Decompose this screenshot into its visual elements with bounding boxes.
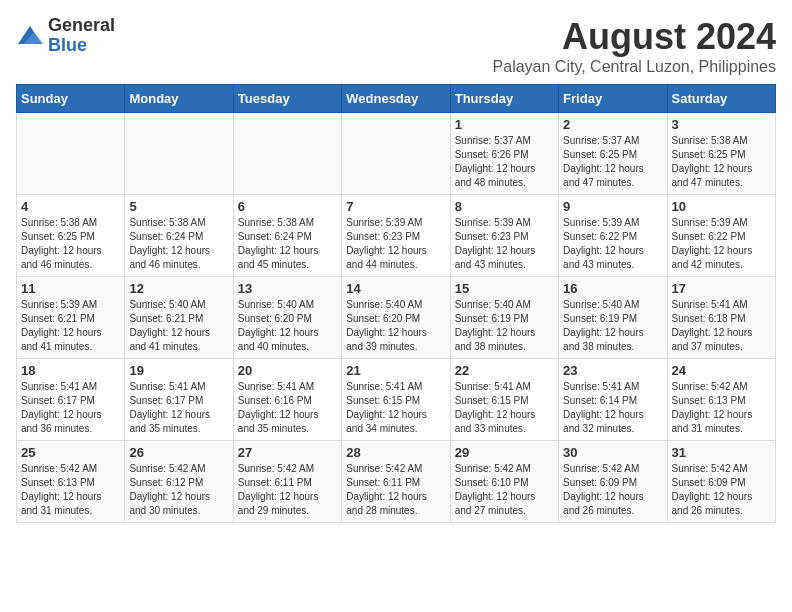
header-thursday: Thursday bbox=[450, 85, 558, 113]
day-cell: 1Sunrise: 5:37 AM Sunset: 6:26 PM Daylig… bbox=[450, 113, 558, 195]
day-number: 26 bbox=[129, 445, 228, 460]
day-info: Sunrise: 5:38 AM Sunset: 6:24 PM Dayligh… bbox=[238, 216, 337, 272]
day-cell: 20Sunrise: 5:41 AM Sunset: 6:16 PM Dayli… bbox=[233, 359, 341, 441]
day-cell: 15Sunrise: 5:40 AM Sunset: 6:19 PM Dayli… bbox=[450, 277, 558, 359]
day-info: Sunrise: 5:39 AM Sunset: 6:21 PM Dayligh… bbox=[21, 298, 120, 354]
day-cell bbox=[342, 113, 450, 195]
header-wednesday: Wednesday bbox=[342, 85, 450, 113]
day-info: Sunrise: 5:39 AM Sunset: 6:22 PM Dayligh… bbox=[563, 216, 662, 272]
day-number: 11 bbox=[21, 281, 120, 296]
day-cell: 8Sunrise: 5:39 AM Sunset: 6:23 PM Daylig… bbox=[450, 195, 558, 277]
day-info: Sunrise: 5:40 AM Sunset: 6:19 PM Dayligh… bbox=[455, 298, 554, 354]
day-info: Sunrise: 5:40 AM Sunset: 6:21 PM Dayligh… bbox=[129, 298, 228, 354]
week-row-5: 25Sunrise: 5:42 AM Sunset: 6:13 PM Dayli… bbox=[17, 441, 776, 523]
day-number: 12 bbox=[129, 281, 228, 296]
day-number: 15 bbox=[455, 281, 554, 296]
logo: General Blue bbox=[16, 16, 115, 56]
day-cell: 18Sunrise: 5:41 AM Sunset: 6:17 PM Dayli… bbox=[17, 359, 125, 441]
day-info: Sunrise: 5:41 AM Sunset: 6:16 PM Dayligh… bbox=[238, 380, 337, 436]
day-cell: 13Sunrise: 5:40 AM Sunset: 6:20 PM Dayli… bbox=[233, 277, 341, 359]
header-monday: Monday bbox=[125, 85, 233, 113]
day-cell: 19Sunrise: 5:41 AM Sunset: 6:17 PM Dayli… bbox=[125, 359, 233, 441]
day-cell: 10Sunrise: 5:39 AM Sunset: 6:22 PM Dayli… bbox=[667, 195, 775, 277]
day-number: 17 bbox=[672, 281, 771, 296]
day-info: Sunrise: 5:42 AM Sunset: 6:13 PM Dayligh… bbox=[672, 380, 771, 436]
week-row-2: 4Sunrise: 5:38 AM Sunset: 6:25 PM Daylig… bbox=[17, 195, 776, 277]
day-cell: 22Sunrise: 5:41 AM Sunset: 6:15 PM Dayli… bbox=[450, 359, 558, 441]
day-number: 7 bbox=[346, 199, 445, 214]
day-number: 1 bbox=[455, 117, 554, 132]
day-number: 5 bbox=[129, 199, 228, 214]
day-cell: 16Sunrise: 5:40 AM Sunset: 6:19 PM Dayli… bbox=[559, 277, 667, 359]
subtitle: Palayan City, Central Luzon, Philippines bbox=[493, 58, 776, 76]
week-row-4: 18Sunrise: 5:41 AM Sunset: 6:17 PM Dayli… bbox=[17, 359, 776, 441]
day-cell: 27Sunrise: 5:42 AM Sunset: 6:11 PM Dayli… bbox=[233, 441, 341, 523]
day-number: 19 bbox=[129, 363, 228, 378]
day-cell: 2Sunrise: 5:37 AM Sunset: 6:25 PM Daylig… bbox=[559, 113, 667, 195]
day-info: Sunrise: 5:39 AM Sunset: 6:22 PM Dayligh… bbox=[672, 216, 771, 272]
day-cell: 9Sunrise: 5:39 AM Sunset: 6:22 PM Daylig… bbox=[559, 195, 667, 277]
day-number: 13 bbox=[238, 281, 337, 296]
day-cell bbox=[125, 113, 233, 195]
day-info: Sunrise: 5:38 AM Sunset: 6:25 PM Dayligh… bbox=[21, 216, 120, 272]
day-info: Sunrise: 5:40 AM Sunset: 6:19 PM Dayligh… bbox=[563, 298, 662, 354]
day-info: Sunrise: 5:41 AM Sunset: 6:17 PM Dayligh… bbox=[21, 380, 120, 436]
day-cell: 5Sunrise: 5:38 AM Sunset: 6:24 PM Daylig… bbox=[125, 195, 233, 277]
day-info: Sunrise: 5:42 AM Sunset: 6:09 PM Dayligh… bbox=[563, 462, 662, 518]
day-info: Sunrise: 5:42 AM Sunset: 6:12 PM Dayligh… bbox=[129, 462, 228, 518]
day-cell: 25Sunrise: 5:42 AM Sunset: 6:13 PM Dayli… bbox=[17, 441, 125, 523]
day-cell: 17Sunrise: 5:41 AM Sunset: 6:18 PM Dayli… bbox=[667, 277, 775, 359]
day-cell: 14Sunrise: 5:40 AM Sunset: 6:20 PM Dayli… bbox=[342, 277, 450, 359]
day-number: 9 bbox=[563, 199, 662, 214]
day-info: Sunrise: 5:39 AM Sunset: 6:23 PM Dayligh… bbox=[455, 216, 554, 272]
day-number: 27 bbox=[238, 445, 337, 460]
logo-general-text: General bbox=[48, 16, 115, 36]
day-info: Sunrise: 5:41 AM Sunset: 6:18 PM Dayligh… bbox=[672, 298, 771, 354]
week-row-1: 1Sunrise: 5:37 AM Sunset: 6:26 PM Daylig… bbox=[17, 113, 776, 195]
logo-text: General Blue bbox=[48, 16, 115, 56]
day-number: 10 bbox=[672, 199, 771, 214]
day-info: Sunrise: 5:38 AM Sunset: 6:24 PM Dayligh… bbox=[129, 216, 228, 272]
week-row-3: 11Sunrise: 5:39 AM Sunset: 6:21 PM Dayli… bbox=[17, 277, 776, 359]
day-info: Sunrise: 5:37 AM Sunset: 6:25 PM Dayligh… bbox=[563, 134, 662, 190]
day-number: 2 bbox=[563, 117, 662, 132]
calendar-header: SundayMondayTuesdayWednesdayThursdayFrid… bbox=[17, 85, 776, 113]
day-number: 24 bbox=[672, 363, 771, 378]
header-saturday: Saturday bbox=[667, 85, 775, 113]
day-number: 29 bbox=[455, 445, 554, 460]
calendar-table: SundayMondayTuesdayWednesdayThursdayFrid… bbox=[16, 84, 776, 523]
day-number: 25 bbox=[21, 445, 120, 460]
day-cell: 31Sunrise: 5:42 AM Sunset: 6:09 PM Dayli… bbox=[667, 441, 775, 523]
header: General Blue August 2024 Palayan City, C… bbox=[16, 16, 776, 76]
day-number: 14 bbox=[346, 281, 445, 296]
day-number: 8 bbox=[455, 199, 554, 214]
day-info: Sunrise: 5:42 AM Sunset: 6:10 PM Dayligh… bbox=[455, 462, 554, 518]
day-info: Sunrise: 5:40 AM Sunset: 6:20 PM Dayligh… bbox=[238, 298, 337, 354]
day-cell: 7Sunrise: 5:39 AM Sunset: 6:23 PM Daylig… bbox=[342, 195, 450, 277]
main-title: August 2024 bbox=[493, 16, 776, 58]
day-number: 3 bbox=[672, 117, 771, 132]
day-cell: 21Sunrise: 5:41 AM Sunset: 6:15 PM Dayli… bbox=[342, 359, 450, 441]
day-info: Sunrise: 5:41 AM Sunset: 6:15 PM Dayligh… bbox=[346, 380, 445, 436]
day-info: Sunrise: 5:39 AM Sunset: 6:23 PM Dayligh… bbox=[346, 216, 445, 272]
day-cell: 3Sunrise: 5:38 AM Sunset: 6:25 PM Daylig… bbox=[667, 113, 775, 195]
title-area: August 2024 Palayan City, Central Luzon,… bbox=[493, 16, 776, 76]
day-info: Sunrise: 5:42 AM Sunset: 6:09 PM Dayligh… bbox=[672, 462, 771, 518]
header-sunday: Sunday bbox=[17, 85, 125, 113]
day-cell: 30Sunrise: 5:42 AM Sunset: 6:09 PM Dayli… bbox=[559, 441, 667, 523]
day-cell: 28Sunrise: 5:42 AM Sunset: 6:11 PM Dayli… bbox=[342, 441, 450, 523]
day-number: 22 bbox=[455, 363, 554, 378]
day-number: 23 bbox=[563, 363, 662, 378]
day-number: 6 bbox=[238, 199, 337, 214]
day-number: 16 bbox=[563, 281, 662, 296]
day-number: 18 bbox=[21, 363, 120, 378]
day-info: Sunrise: 5:41 AM Sunset: 6:17 PM Dayligh… bbox=[129, 380, 228, 436]
logo-icon bbox=[16, 22, 44, 50]
day-cell bbox=[233, 113, 341, 195]
day-cell bbox=[17, 113, 125, 195]
header-tuesday: Tuesday bbox=[233, 85, 341, 113]
header-row: SundayMondayTuesdayWednesdayThursdayFrid… bbox=[17, 85, 776, 113]
calendar-body: 1Sunrise: 5:37 AM Sunset: 6:26 PM Daylig… bbox=[17, 113, 776, 523]
day-number: 4 bbox=[21, 199, 120, 214]
day-info: Sunrise: 5:42 AM Sunset: 6:13 PM Dayligh… bbox=[21, 462, 120, 518]
